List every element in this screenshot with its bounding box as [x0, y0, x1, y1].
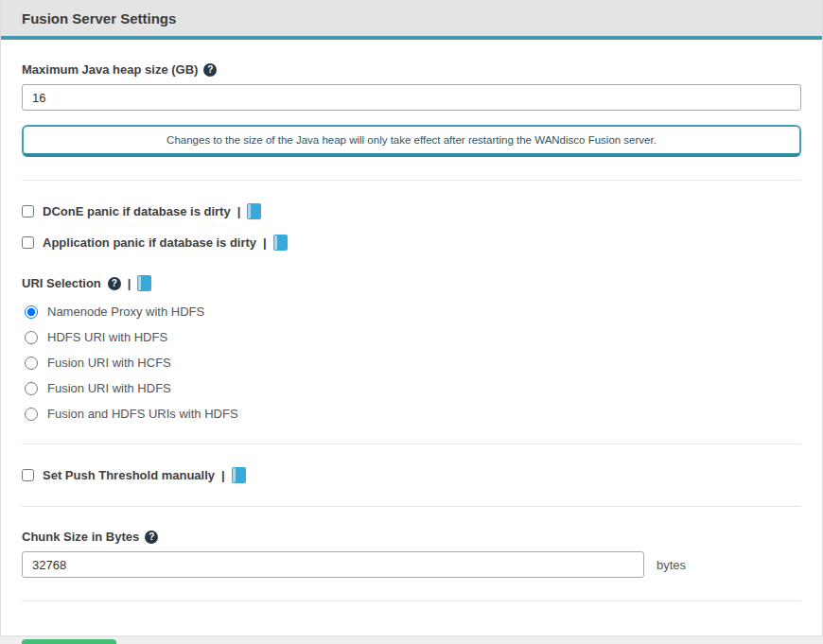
heap-size-label: Maximum Java heap size (GB) — [22, 62, 198, 77]
divider — [22, 444, 801, 444]
separator: | — [237, 204, 241, 218]
uri-option-row: Namenode Proxy with HDFS — [22, 305, 801, 319]
chunk-size-help-icon[interactable]: ? — [145, 531, 158, 544]
push-threshold-row: Set Push Threshold manually | — [22, 467, 801, 483]
heap-size-input[interactable] — [22, 84, 801, 111]
app-panic-label-row: Application panic if database is dirty | — [43, 235, 288, 251]
push-threshold-label-row: Set Push Threshold manually | — [43, 467, 246, 483]
app-panic-docs-icon[interactable] — [273, 235, 288, 251]
push-threshold-docs-icon[interactable] — [232, 467, 246, 483]
uri-radio-label: HDFS URI with HDFS — [47, 330, 167, 344]
dcone-panic-docs-icon[interactable] — [247, 203, 261, 219]
uri-radio-label: Fusion URI with HCFS — [47, 356, 171, 370]
uri-selection-help-icon[interactable]: ? — [108, 277, 121, 290]
uri-radio-hdfs-uri[interactable] — [25, 331, 38, 344]
chunk-size-unit-label: bytes — [657, 558, 686, 572]
uri-option-row: Fusion URI with HDFS — [22, 381, 801, 395]
panel-content: Maximum Java heap size (GB) ? Changes to… — [1, 40, 822, 644]
push-threshold-checkbox[interactable] — [22, 469, 34, 481]
chunk-size-input-row: bytes — [22, 551, 801, 578]
separator: | — [128, 276, 131, 290]
uri-radio-fusion-hcfs[interactable] — [25, 357, 38, 370]
fusion-server-settings-panel: Fusion Server Settings Maximum Java heap… — [0, 0, 823, 636]
uri-radio-label: Fusion URI with HDFS — [47, 381, 171, 395]
divider — [22, 180, 801, 181]
app-panic-row: Application panic if database is dirty | — [22, 235, 801, 251]
uri-option-row: Fusion URI with HCFS — [22, 356, 801, 370]
chunk-size-label: Chunk Size in Bytes — [22, 530, 139, 544]
chunk-size-input[interactable] — [22, 551, 644, 578]
divider — [22, 600, 801, 601]
page-title: Fusion Server Settings — [22, 10, 176, 26]
separator: | — [221, 468, 225, 482]
uri-selection-docs-icon[interactable] — [137, 275, 151, 291]
update-button[interactable]: Update — [22, 639, 116, 644]
chunk-size-label-row: Chunk Size in Bytes ? — [22, 530, 801, 544]
uri-radio-label: Fusion and HDFS URIs with HDFS — [47, 407, 238, 421]
heap-size-help-icon[interactable]: ? — [203, 63, 217, 77]
heap-size-label-row: Maximum Java heap size (GB) ? — [22, 62, 801, 77]
uri-selection-label: URI Selection — [22, 276, 101, 290]
separator: | — [263, 235, 267, 250]
dcone-panic-label-row: DConE panic if database is dirty | — [43, 203, 261, 219]
uri-radio-namenode-proxy[interactable] — [25, 305, 38, 319]
panel-header: Fusion Server Settings — [1, 0, 822, 40]
dcone-panic-label: DConE panic if database is dirty — [43, 204, 231, 218]
app-panic-checkbox[interactable] — [22, 236, 34, 249]
divider — [22, 506, 801, 507]
uri-option-row: HDFS URI with HDFS — [22, 330, 801, 344]
dcone-panic-row: DConE panic if database is dirty | — [22, 203, 801, 219]
push-threshold-label: Set Push Threshold manually — [43, 468, 215, 482]
uri-selection-header: URI Selection ? | — [22, 275, 801, 291]
uri-radio-label: Namenode Proxy with HDFS — [47, 305, 204, 319]
app-panic-label: Application panic if database is dirty — [43, 235, 256, 250]
uri-radio-fusion-hdfs[interactable] — [25, 382, 38, 395]
uri-option-row: Fusion and HDFS URIs with HDFS — [22, 407, 801, 421]
dcone-panic-checkbox[interactable] — [22, 205, 34, 218]
heap-restart-notice: Changes to the size of the Java heap wil… — [22, 125, 801, 157]
uri-radio-fusion-and-hdfs[interactable] — [25, 408, 38, 421]
